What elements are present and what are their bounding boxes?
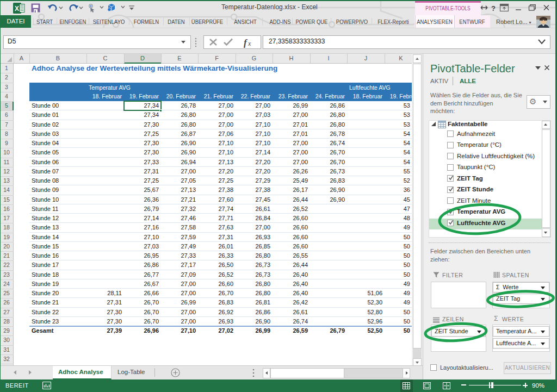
svg-text:x: x <box>247 40 251 47</box>
svg-text:f: f <box>244 38 248 48</box>
svg-text:?: ? <box>491 4 496 13</box>
svg-text:X: X <box>15 5 19 13</box>
